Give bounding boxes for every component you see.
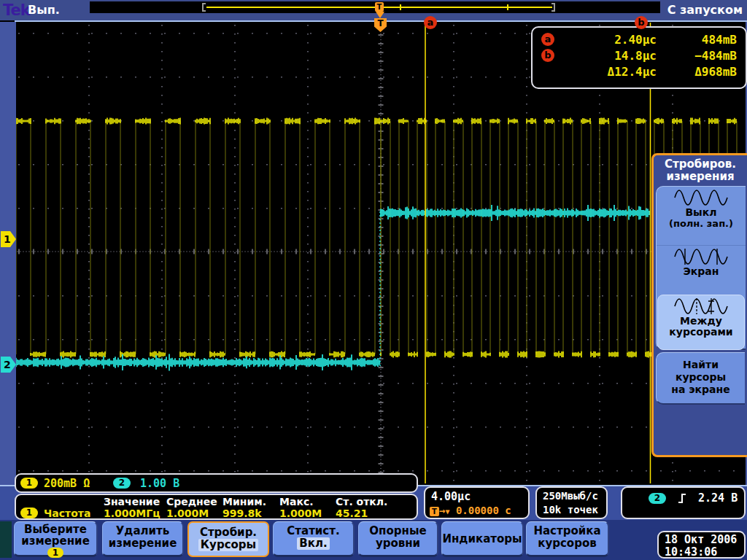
channel1-scale: 200mB Ω xyxy=(44,477,90,490)
record-bracket-right xyxy=(551,3,555,12)
trigger-position-value: 0.00000 с xyxy=(456,505,511,516)
btn6-line2: курсоров xyxy=(527,537,608,550)
cursor-b-handle[interactable]: b xyxy=(635,16,648,29)
find-cursors-button[interactable]: Найти курсоры на экране xyxy=(656,352,745,405)
trigger-level: 2.24 В xyxy=(698,491,738,505)
rising-edge-icon xyxy=(676,492,688,504)
left-frame-strip xyxy=(0,22,16,486)
btn1-line1: Удалить xyxy=(103,525,182,537)
btn0-line1: Выберите xyxy=(15,524,96,535)
btn4-line1: Опорные xyxy=(359,525,437,537)
btn5-line1: Индикаторы xyxy=(442,533,522,545)
measurement-row: 1 Частота 1.000МГц 1.000M 999.8k 1.000M … xyxy=(16,508,417,519)
menu-button-remove-measurement[interactable]: Удалить измерение xyxy=(102,521,184,557)
channel2-badge: 2 xyxy=(113,478,131,489)
measurement-max: 1.000M xyxy=(279,508,322,519)
measurement-name: Частота xyxy=(44,508,90,519)
cursor-a-badge: a xyxy=(541,33,554,46)
acquisition-readout: 250Мвыб/с 10k точек xyxy=(535,486,608,519)
menu-button-indicators[interactable]: Индикаторы xyxy=(441,521,524,557)
side-menu-title-line1: Стробиров. xyxy=(654,158,747,171)
cursor-delta-time: Δ12.4μс xyxy=(562,65,657,79)
find-cursors-line1: Найти xyxy=(657,359,745,371)
gating-options-group: Выкл (полн. зап.) Экран Между xyxy=(656,186,746,350)
cursor-readout-box: a 2.40μс 484mB b 14.8μс −484mB Δ12.4μс Δ… xyxy=(531,26,747,89)
measurement-table: Значение Среднее Миним. Макс. Ст. откл. … xyxy=(15,494,418,520)
record-length: 10k точек xyxy=(543,504,598,516)
btn2-line1: Стробир. xyxy=(189,526,268,539)
btn0-channel-badge: 1 xyxy=(47,548,63,558)
header-min: Миним. xyxy=(222,496,266,508)
time-label: 10:43:06 xyxy=(665,546,744,559)
waveform-display xyxy=(16,22,746,486)
gating-option-off-sublabel: (полн. зап.) xyxy=(657,218,746,229)
measurement-mean: 1.000M xyxy=(166,508,209,519)
channel2-scale: 1.00 В xyxy=(140,477,179,490)
gating-option-screen[interactable]: Экран xyxy=(657,245,746,294)
record-position-bar: T xyxy=(90,1,660,13)
measurement-value: 1.000МГц xyxy=(104,508,160,519)
gating-option-off-label: Выкл xyxy=(657,207,746,218)
timebase-readout: 4.00μс T→▼ 0.00000 с xyxy=(424,486,530,519)
menu-button-reference-levels[interactable]: Опорные уровни xyxy=(358,521,438,557)
cursor-b-volt: −484mB xyxy=(648,49,737,63)
trigger-status: С запуском xyxy=(667,3,743,17)
btn6-line1: Настройка xyxy=(527,525,608,537)
tek-logo: Tek xyxy=(3,1,30,19)
measurement-min: 999.8k xyxy=(222,508,262,519)
record-cursor-b-tick xyxy=(507,4,508,10)
header-stdev: Ст. откл. xyxy=(336,496,387,508)
sine-screen-icon xyxy=(672,247,730,266)
menu-button-cursor-setup[interactable]: Настройка курсоров xyxy=(526,521,609,557)
gating-side-menu: Стробиров. измерения Выкл (полн. зап.) Э… xyxy=(651,153,747,457)
side-menu-title: Стробиров. измерения xyxy=(654,158,747,183)
oscilloscope-screen: Tek Вып. С запуском T T a b 1 2 a 2.40μс… xyxy=(0,0,747,560)
gating-option-between-label2: курсорами xyxy=(658,327,744,338)
menu-button-gating-cursors[interactable]: Стробир. Курсоры xyxy=(187,521,269,557)
side-menu-title-line2: измерения xyxy=(654,171,747,183)
btn1-line2: измерение xyxy=(103,537,182,550)
trigger-position-arrow-icon xyxy=(376,12,384,18)
trigger-source-badge: 2 xyxy=(649,493,666,504)
btn3-line2: Вкл. xyxy=(297,537,329,550)
channel1-badge: 1 xyxy=(20,478,38,489)
sine-full-record-icon xyxy=(672,188,730,207)
menu-button-statistics[interactable]: Статист. Вкл. xyxy=(273,521,355,557)
measurement-channel-badge: 1 xyxy=(20,508,38,518)
menu-button-select-measurement[interactable]: Выберите измерение 1 xyxy=(14,521,98,557)
btn3-line1: Статист. xyxy=(274,525,353,537)
gating-option-off[interactable]: Выкл (полн. зап.) xyxy=(657,188,746,245)
bottom-left-corner-block xyxy=(0,521,12,558)
sine-between-cursors-icon xyxy=(672,297,730,316)
top-status-bar: Tek Вып. С запуском T xyxy=(0,0,747,20)
gating-option-between-cursors[interactable]: Между курсорами xyxy=(657,295,745,350)
channel-scale-bar: 1 200mB Ω 2 1.00 В xyxy=(15,473,418,493)
btn0-line2: измерение xyxy=(15,535,96,547)
btn2-line2: Курсоры xyxy=(198,539,258,551)
datetime-box: 18 Окт 2006 10:43:06 xyxy=(657,531,746,559)
header-value: Значение xyxy=(104,496,160,508)
cursor-delta-volt: Δ968mB xyxy=(648,65,737,79)
cursor-a-handle[interactable]: a xyxy=(424,16,437,29)
measurement-stdev: 45.21 xyxy=(336,508,368,519)
find-cursors-line3: на экране xyxy=(657,384,745,396)
record-cursor-a-tick xyxy=(400,4,401,10)
cursor-a-time: 2.40μс xyxy=(562,33,657,47)
timebase-scale: 4.00μс xyxy=(431,490,471,503)
header-mean: Среднее xyxy=(166,496,217,508)
date-label: 18 Окт 2006 xyxy=(665,534,744,546)
btn4-line2: уровни xyxy=(359,537,437,550)
find-cursors-line2: курсоры xyxy=(657,371,745,384)
cursor-b-time: 14.8μс xyxy=(562,49,657,63)
cursor-a-volt: 484mB xyxy=(648,33,737,47)
record-bracket-left xyxy=(202,3,206,12)
gating-option-between-label1: Между xyxy=(658,316,744,327)
trigger-position-readout: T→▼ 0.00000 с xyxy=(430,505,511,516)
measurement-header-row: Значение Среднее Миним. Макс. Ст. откл. xyxy=(16,496,417,508)
record-trigger-icon: T xyxy=(375,2,384,12)
header-max: Макс. xyxy=(279,496,314,508)
trigger-t-icon: T xyxy=(430,507,439,516)
gating-option-screen-label: Экран xyxy=(657,266,746,277)
sample-rate: 250Мвыб/с xyxy=(543,490,598,502)
acquisition-status: Вып. xyxy=(28,3,60,17)
